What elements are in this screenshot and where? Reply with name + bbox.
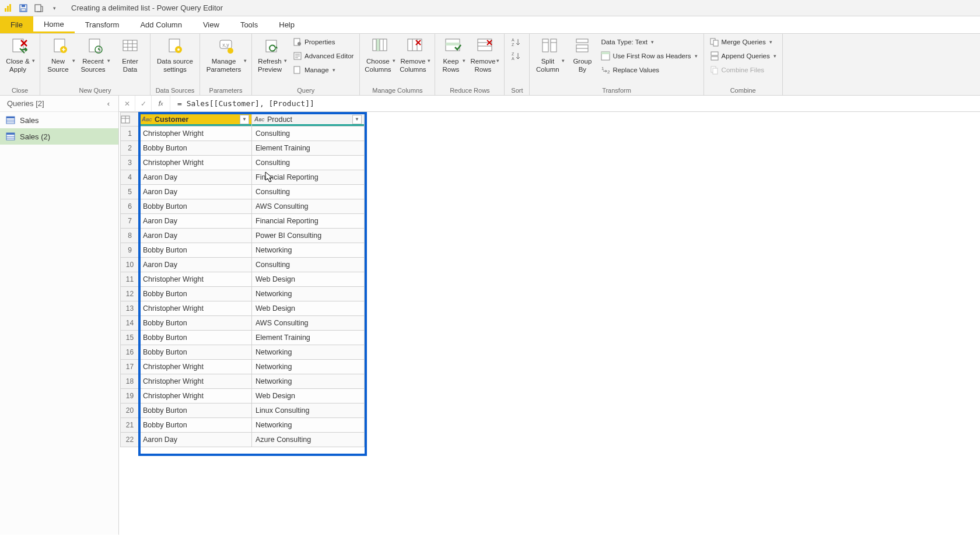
cell-customer[interactable]: Christopher Wright — [139, 360, 252, 374]
cell-customer[interactable]: Bobby Burton — [139, 141, 252, 156]
cell-customer[interactable]: Christopher Wright — [139, 389, 252, 403]
row-number[interactable]: 14 — [121, 316, 139, 331]
manage-parameters-button[interactable]: x,y Manage Parameters — [204, 36, 248, 75]
cell-customer[interactable]: Bobby Burton — [139, 287, 252, 301]
table-row[interactable]: 4Aaron DayFinancial Reporting — [121, 170, 365, 185]
column-header-customer[interactable]: ABC Customer ▼ — [139, 113, 252, 127]
table-row[interactable]: 5Aaron DayConsulting — [121, 185, 365, 199]
cell-product[interactable]: Linux Consulting — [252, 403, 365, 418]
table-row[interactable]: 9Bobby BurtonNetworking — [121, 243, 365, 258]
split-column-button[interactable]: Split Column — [533, 36, 566, 75]
cell-customer[interactable]: Bobby Burton — [139, 418, 252, 433]
cell-customer[interactable]: Bobby Burton — [139, 331, 252, 345]
cell-customer[interactable]: Christopher Wright — [139, 272, 252, 287]
cell-product[interactable]: Consulting — [252, 185, 365, 199]
row-number[interactable]: 5 — [121, 185, 139, 199]
table-row[interactable]: 8Aaron DayPower BI Consulting — [121, 229, 365, 243]
tab-file[interactable]: File — [0, 16, 33, 33]
merge-queries-button[interactable]: Merge Queries — [708, 36, 779, 48]
sort-asc-button[interactable]: AZ — [508, 36, 526, 48]
row-number[interactable]: 12 — [121, 287, 139, 301]
table-row[interactable]: 15Bobby BurtonElement Training — [121, 331, 365, 345]
cell-customer[interactable]: Aaron Day — [139, 433, 252, 447]
fx-icon[interactable]: fx — [152, 96, 170, 111]
row-number[interactable]: 17 — [121, 360, 139, 374]
table-row[interactable]: 17Christopher WrightNetworking — [121, 360, 365, 374]
tab-transform[interactable]: Transform — [75, 16, 130, 33]
cell-product[interactable]: Networking — [252, 374, 365, 389]
query-item-sales-2[interactable]: Sales (2) — [0, 128, 118, 145]
first-row-headers-button[interactable]: Use First Row as Headers — [598, 50, 699, 62]
cell-product[interactable]: Power BI Consulting — [252, 229, 365, 243]
table-row[interactable]: 10Aaron DayConsulting — [121, 258, 365, 272]
table-row[interactable]: 11Christopher WrightWeb Design — [121, 272, 365, 287]
data-type-button[interactable]: Data Type: Text — [598, 36, 699, 48]
cell-customer[interactable]: Bobby Burton — [139, 199, 252, 214]
remove-columns-button[interactable]: Remove Columns — [398, 36, 431, 75]
tab-add-column[interactable]: Add Column — [130, 16, 192, 33]
cell-product[interactable]: Element Training — [252, 331, 365, 345]
row-number[interactable]: 6 — [121, 199, 139, 214]
cell-customer[interactable]: Christopher Wright — [139, 374, 252, 389]
enter-data-button[interactable]: Enter Data — [114, 36, 146, 75]
undo-button[interactable] — [32, 1, 46, 15]
query-item-sales[interactable]: Sales — [0, 112, 118, 128]
cell-customer[interactable]: Christopher Wright — [139, 301, 252, 316]
cell-customer[interactable]: Bobby Burton — [139, 403, 252, 418]
cell-product[interactable]: Networking — [252, 360, 365, 374]
group-by-button[interactable]: Group By — [568, 36, 596, 75]
table-row[interactable]: 2Bobby BurtonElement Training — [121, 141, 365, 156]
choose-columns-button[interactable]: Choose Columns — [363, 36, 396, 75]
new-source-button[interactable]: New Source — [44, 36, 76, 75]
row-number[interactable]: 21 — [121, 418, 139, 433]
filter-button[interactable]: ▼ — [352, 115, 362, 124]
formula-input[interactable]: = Sales[[Customer], [Product]] — [170, 99, 980, 108]
cell-product[interactable]: Azure Consulting — [252, 433, 365, 447]
tab-help[interactable]: Help — [268, 16, 305, 33]
cell-customer[interactable]: Aaron Day — [139, 229, 252, 243]
queries-collapse-button[interactable]: ‹ — [103, 99, 114, 109]
row-number[interactable]: 3 — [121, 156, 139, 170]
row-number[interactable]: 11 — [121, 272, 139, 287]
formula-cancel-button[interactable]: ✕ — [119, 96, 135, 112]
row-number[interactable]: 19 — [121, 389, 139, 403]
cell-customer[interactable]: Aaron Day — [139, 214, 252, 229]
row-number[interactable]: 15 — [121, 331, 139, 345]
cell-customer[interactable]: Bobby Burton — [139, 345, 252, 360]
cell-customer[interactable]: Christopher Wright — [139, 156, 252, 170]
cell-product[interactable]: Financial Reporting — [252, 214, 365, 229]
cell-product[interactable]: Web Design — [252, 301, 365, 316]
table-row[interactable]: 18Christopher WrightNetworking — [121, 374, 365, 389]
cell-customer[interactable]: Aaron Day — [139, 170, 252, 185]
cell-product[interactable]: AWS Consulting — [252, 199, 365, 214]
cell-product[interactable]: Consulting — [252, 258, 365, 272]
row-number[interactable]: 1 — [121, 127, 139, 141]
data-source-settings-button[interactable]: Data source settings — [154, 36, 196, 75]
append-queries-button[interactable]: Append Queries — [708, 50, 779, 62]
cell-product[interactable]: Financial Reporting — [252, 170, 365, 185]
tab-tools[interactable]: Tools — [230, 16, 268, 33]
advanced-editor-button[interactable]: Advanced Editor — [290, 50, 356, 62]
manage-button[interactable]: Manage — [290, 64, 356, 76]
close-apply-button[interactable]: Close & Apply — [4, 36, 36, 75]
cell-product[interactable]: Web Design — [252, 389, 365, 403]
table-row[interactable]: 3Christopher WrightConsulting — [121, 156, 365, 170]
cell-product[interactable]: AWS Consulting — [252, 316, 365, 331]
recent-sources-button[interactable]: Recent Sources — [79, 36, 111, 75]
cell-customer[interactable]: Bobby Burton — [139, 316, 252, 331]
cell-product[interactable]: Consulting — [252, 156, 365, 170]
row-number[interactable]: 22 — [121, 433, 139, 447]
cell-product[interactable]: Web Design — [252, 272, 365, 287]
table-row[interactable]: 22Aaron DayAzure Consulting — [121, 433, 365, 447]
table-row[interactable]: 21Bobby BurtonNetworking — [121, 418, 365, 433]
cell-product[interactable]: Networking — [252, 287, 365, 301]
keep-rows-button[interactable]: Keep Rows — [439, 36, 467, 75]
tab-view[interactable]: View — [192, 16, 230, 33]
row-number[interactable]: 4 — [121, 170, 139, 185]
table-row[interactable]: 6Bobby BurtonAWS Consulting — [121, 199, 365, 214]
table-row[interactable]: 14Bobby BurtonAWS Consulting — [121, 316, 365, 331]
filter-button[interactable]: ▼ — [240, 115, 249, 124]
row-number[interactable]: 20 — [121, 403, 139, 418]
properties-button[interactable]: Properties — [290, 36, 356, 48]
row-number[interactable]: 9 — [121, 243, 139, 258]
